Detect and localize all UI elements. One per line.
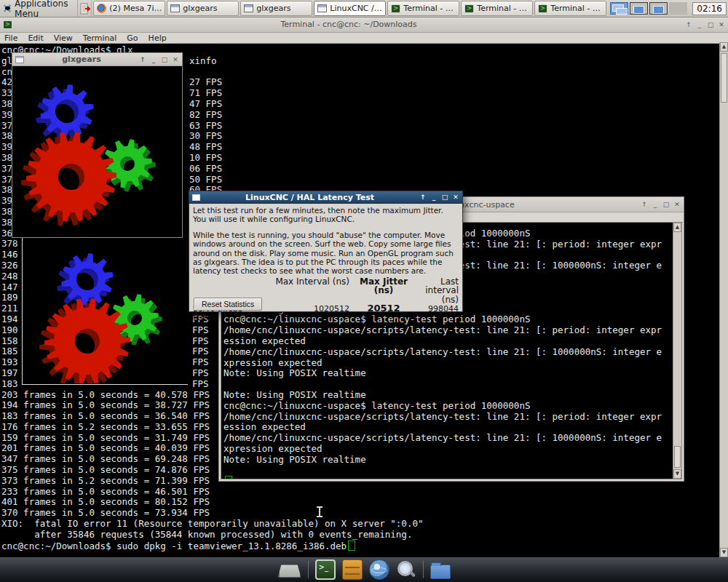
gear [26,132,116,221]
terminal-line [223,476,681,479]
workspace-cell[interactable] [649,2,668,15]
desktop: Applications Menu (2) Mesa 7i...glxgears… [0,0,728,582]
close-button[interactable]: ✕ [673,201,681,208]
terminal-cursor [225,476,232,479]
max-jitter-header: Max Jitter (ns) [349,277,418,295]
scrollbar[interactable]: ▲ ▼ [719,42,728,557]
window-icon [192,194,200,201]
max-interval-value: 1020512 [264,305,349,314]
taskbar-button-label: glxgears [183,4,217,13]
bottom-dock [0,557,728,582]
clock: 02:16 [692,2,727,15]
workspace-cell[interactable] [610,2,628,15]
window-title: Terminal - cnc@cnc: ~/Downloads [15,20,682,29]
scroll-up-arrow[interactable]: ▲ [720,42,728,52]
dock-separator [308,561,309,578]
menu-go[interactable]: Go [127,33,138,43]
terminal-line: after 35846 requests (35844 known proces… [1,530,728,541]
shade-button[interactable]: ↑ [419,194,427,201]
workspace-cell[interactable] [630,2,648,15]
terminal-line: 370 frames in 5.0 seconds = 73.934 FPS [1,508,728,519]
glxgears-titlebar[interactable]: glxgears ↑_□✕ [12,53,182,66]
last-interval-value: 998044 [418,305,459,314]
taskbar-button-label: Terminal - c... [403,4,456,13]
taskbar-button-label: LinuxCNC / ... [330,4,382,13]
taskbar-button[interactable]: LinuxCNC / ... [314,1,386,16]
web-browser-icon[interactable] [369,559,389,580]
terminal-icon [464,4,474,13]
terminal-line: XIO: fatal IO error 11 (Resource tempora… [1,519,728,530]
taskbar-button[interactable]: glxgears [167,1,239,16]
menu-view[interactable]: View [54,33,73,43]
glxgears-window-1: glxgears ↑_□✕ [12,52,183,238]
terminal-icon [3,20,12,29]
terminal-line: 401 frames in 5.0 seconds = 80.152 FPS [1,497,728,508]
last-interval-header: Last interval (ns) [418,277,459,304]
taskbar-button[interactable]: Terminal - c... [461,1,533,16]
minimize-button[interactable]: _ [696,21,703,28]
menu-file[interactable]: File [4,33,17,43]
menu-help[interactable]: Help [149,33,167,43]
task-list: (2) Mesa 7i...glxgearsglxgearsLinuxCNC /… [92,0,608,17]
close-button[interactable]: ✕ [452,194,459,201]
maximize-button[interactable]: □ [707,21,714,28]
workspace-cell[interactable] [669,2,687,15]
window-icon [170,4,180,12]
taskbar-button[interactable]: glxgears [240,1,312,16]
terminal-line: xpression expected [223,358,681,369]
scroll-thumb[interactable] [721,53,727,103]
terminal-line: Note: Using POSIX realtime [223,368,681,379]
file-cabinet-icon[interactable] [342,559,363,580]
terminal-downloads-titlebar[interactable]: Terminal - cnc@cnc: ~/Downloads ↑_□✕ [0,17,728,33]
scroll-down-arrow[interactable]: ▼ [720,548,728,557]
latency-instructions-1: Let this test run for a few minutes, the… [193,206,459,224]
glxgears-canvas-1 [12,66,181,237]
terminal-line: ession expected [223,336,681,347]
logout-launcher-button[interactable] [78,0,92,17]
terminal-line: cnc@cnc:~/Downloads$ sudo dpkg -i teamvi… [1,541,728,551]
taskbar-button-label: Terminal - c... [550,4,603,13]
close-button[interactable]: ✕ [172,56,179,63]
xfce-logo-icon [3,3,12,15]
terminal-launcher-icon[interactable] [315,559,336,580]
folder-icon[interactable] [430,565,451,579]
menu-terminal[interactable]: Terminal [83,33,117,43]
minimize-button[interactable]: _ [430,194,438,201]
search-icon[interactable] [396,559,416,580]
taskbar-button-label: glxgears [256,4,290,13]
menu-edit[interactable]: Edit [28,33,43,43]
shade-button[interactable]: ↑ [139,56,146,63]
taskbar-button-label: Terminal - c... [477,4,529,13]
terminal-line: Note: Using POSIX realtime [223,390,681,401]
latency-test-dialog: LinuxCNC / HAL Latency Test ↑_□✕ Let thi… [189,191,463,312]
terminal-line: cnc@cnc:~/linuxcnc-uspace$ latency-test … [223,401,681,412]
window-controls: ↑_□✕ [139,56,179,63]
shade-button[interactable]: ↑ [641,201,648,208]
show-desktop-icon[interactable] [278,561,301,581]
minimize-button[interactable]: _ [150,56,157,63]
latency-dialog-body: Let this test run for a few minutes, the… [189,206,462,314]
minimize-button[interactable]: _ [652,201,659,208]
terminal-line [223,466,681,477]
taskbar-button[interactable]: Terminal - c... [387,1,459,16]
applications-menu-button[interactable]: Applications Menu [0,0,78,17]
maximize-button[interactable]: □ [441,194,448,201]
taskbar-button[interactable]: (2) Mesa 7i... [93,1,165,16]
max-jitter-value: 20512 [349,304,418,313]
reset-statistics-button[interactable]: Reset Statistics [194,298,262,311]
shade-button[interactable]: ↑ [685,21,692,28]
latency-dialog-titlebar[interactable]: LinuxCNC / HAL Latency Test ↑_□✕ [189,191,462,204]
maximize-button[interactable]: □ [662,201,670,208]
gear [40,84,94,138]
workspace-pager[interactable] [608,0,689,17]
taskbar-button-label: (2) Mesa 7i... [109,4,162,13]
latency-instructions-2: While the test is running, you should "a… [193,231,459,276]
terminal-line: 233 frames in 5.0 seconds = 46.501 FPS [1,487,728,498]
maximize-button[interactable]: □ [161,56,168,63]
close-button[interactable]: ✕ [718,21,725,28]
terminal-icon [538,4,547,13]
taskbar-button[interactable]: Terminal - c... [534,1,606,16]
terminal-icon [391,4,400,13]
terminal-line: xpression expected [223,444,681,455]
terminal-line: /home/cnc/linuxcnc-uspace/scripts/latenc… [223,412,681,423]
